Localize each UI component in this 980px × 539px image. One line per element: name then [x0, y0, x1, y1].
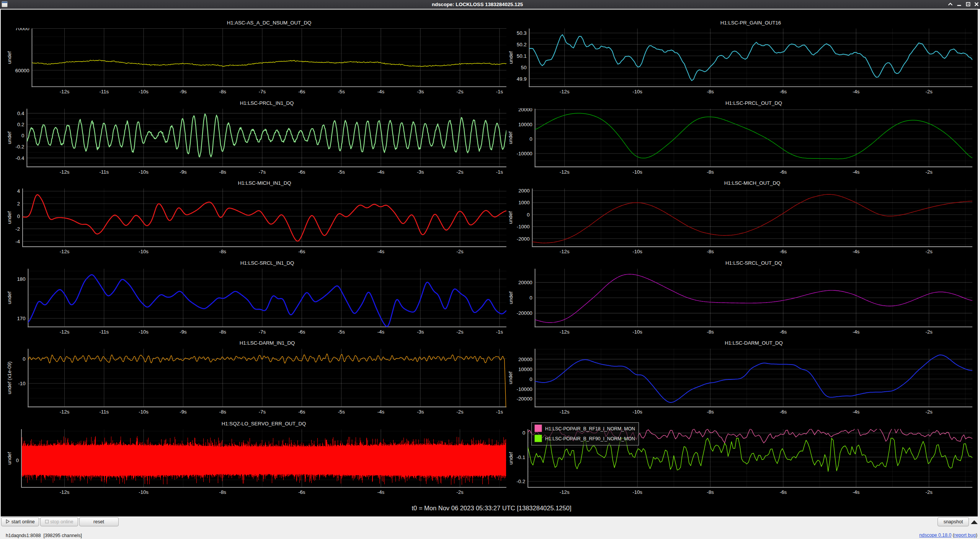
- svg-text:-9s: -9s: [180, 329, 187, 335]
- svg-text:20000: 20000: [518, 357, 532, 362]
- svg-text:-2s: -2s: [926, 409, 933, 415]
- svg-text:0.4: 0.4: [17, 111, 24, 116]
- svg-text:-8s: -8s: [219, 249, 227, 254]
- svg-text:-4s: -4s: [377, 169, 385, 175]
- svg-text:-8s: -8s: [219, 169, 227, 175]
- svg-text:-6s: -6s: [298, 169, 305, 175]
- svg-text:-10s: -10s: [632, 89, 642, 94]
- svg-text:H1:LSC-PRCL_IN1_DQ: H1:LSC-PRCL_IN1_DQ: [240, 100, 294, 106]
- svg-text:-12s: -12s: [60, 169, 70, 175]
- svg-text:-5s: -5s: [338, 169, 345, 175]
- svg-text:-6s: -6s: [780, 89, 787, 94]
- svg-text:-8s: -8s: [707, 409, 714, 415]
- svg-text:-12s: -12s: [560, 329, 570, 335]
- svg-text:-4s: -4s: [377, 249, 385, 254]
- svg-text:4: 4: [17, 188, 20, 194]
- svg-text:-1s: -1s: [496, 409, 503, 415]
- svg-text:-11s: -11s: [99, 329, 109, 335]
- svg-text:-10s: -10s: [632, 489, 642, 495]
- svg-text:undef: undef: [508, 291, 514, 304]
- svg-text:H1:LSC-SRCL_OUT_DQ: H1:LSC-SRCL_OUT_DQ: [725, 260, 782, 266]
- svg-text:undef: undef: [508, 371, 514, 384]
- svg-text:-12s: -12s: [560, 169, 570, 175]
- svg-text:0: 0: [529, 376, 532, 382]
- svg-text:-8s: -8s: [707, 329, 714, 335]
- svg-text:-11s: -11s: [99, 89, 109, 94]
- svg-text:-6s: -6s: [780, 249, 787, 254]
- svg-text:H1:ASC-AS_A_DC_NSUM_OUT_DQ: H1:ASC-AS_A_DC_NSUM_OUT_DQ: [227, 20, 312, 26]
- svg-text:undef: undef: [7, 51, 12, 64]
- svg-text:-2s: -2s: [926, 89, 933, 94]
- svg-text:H1:LSC-SRCL_IN1_DQ: H1:LSC-SRCL_IN1_DQ: [240, 260, 294, 266]
- svg-text:-4s: -4s: [853, 329, 860, 335]
- svg-text:-9s: -9s: [180, 169, 187, 175]
- svg-text:50.3: 50.3: [517, 30, 527, 36]
- svg-text:-5s: -5s: [338, 89, 345, 94]
- svg-text:-8s: -8s: [219, 409, 227, 415]
- svg-text:-4s: -4s: [853, 409, 860, 415]
- svg-text:2: 2: [17, 201, 20, 207]
- svg-text:-6s: -6s: [780, 489, 787, 495]
- svg-text:H1:LSC-DARM_OUT_DQ: H1:LSC-DARM_OUT_DQ: [725, 340, 783, 346]
- svg-text:-6s: -6s: [298, 329, 305, 335]
- svg-text:-10s: -10s: [139, 489, 149, 495]
- svg-text:-1s: -1s: [496, 169, 503, 175]
- svg-text:-20000: -20000: [517, 396, 532, 402]
- svg-text:-10s: -10s: [632, 169, 642, 175]
- svg-text:-0.1: -0.1: [516, 454, 525, 460]
- svg-text:undef: undef: [7, 211, 12, 224]
- svg-text:-2s: -2s: [456, 489, 464, 495]
- svg-text:50: 50: [521, 65, 527, 70]
- svg-text:-2s: -2s: [456, 409, 464, 415]
- svg-text:-12s: -12s: [560, 489, 570, 495]
- svg-text:undef: undef: [508, 211, 514, 224]
- svg-text:-4s: -4s: [377, 329, 385, 335]
- svg-text:H1:LSC-PR_GAIN_OUT16: H1:LSC-PR_GAIN_OUT16: [720, 20, 781, 26]
- svg-text:-11s: -11s: [99, 409, 109, 415]
- svg-text:1000: 1000: [518, 200, 529, 205]
- svg-text:-2s: -2s: [456, 249, 464, 254]
- svg-text:-4s: -4s: [853, 169, 860, 175]
- svg-text:-8s: -8s: [707, 249, 714, 254]
- svg-text:50.2: 50.2: [517, 42, 527, 47]
- svg-text:-2s: -2s: [926, 489, 933, 495]
- svg-text:0: 0: [529, 136, 532, 142]
- svg-text:-10: -10: [18, 381, 25, 386]
- svg-text:-6s: -6s: [780, 329, 787, 335]
- svg-text:undef (x1e-09): undef (x1e-09): [7, 362, 12, 394]
- svg-text:-2s: -2s: [926, 329, 933, 335]
- svg-text:0: 0: [529, 295, 532, 301]
- svg-text:0: 0: [16, 458, 19, 463]
- svg-text:-3s: -3s: [417, 169, 424, 175]
- svg-text:-3s: -3s: [417, 329, 424, 335]
- svg-text:-12s: -12s: [60, 89, 70, 94]
- svg-text:-10000: -10000: [517, 151, 532, 156]
- svg-text:20000: 20000: [518, 107, 532, 112]
- svg-text:-5s: -5s: [338, 409, 345, 415]
- svg-text:-10s: -10s: [139, 249, 149, 254]
- svg-text:-8s: -8s: [219, 489, 227, 495]
- svg-text:-1s: -1s: [496, 329, 503, 335]
- svg-text:60000: 60000: [15, 68, 29, 73]
- svg-text:-11s: -11s: [99, 169, 109, 175]
- svg-text:49.9: 49.9: [517, 76, 527, 82]
- svg-text:-1s: -1s: [496, 89, 503, 94]
- svg-text:-10s: -10s: [632, 329, 642, 335]
- svg-text:undef: undef: [7, 452, 12, 464]
- svg-text:-0.4: -0.4: [16, 155, 24, 161]
- svg-text:10000: 10000: [518, 122, 532, 127]
- svg-text:-12s: -12s: [60, 409, 70, 415]
- svg-text:-4s: -4s: [853, 249, 860, 254]
- svg-text:-4s: -4s: [377, 409, 385, 415]
- svg-text:-10000: -10000: [517, 386, 532, 392]
- svg-text:-7s: -7s: [259, 89, 266, 94]
- svg-text:70000: 70000: [15, 26, 29, 31]
- svg-text:-7s: -7s: [259, 329, 266, 335]
- svg-text:-0.2: -0.2: [16, 144, 24, 150]
- svg-text:-2s: -2s: [926, 169, 933, 175]
- svg-text:-6s: -6s: [780, 169, 787, 175]
- svg-text:-4s: -4s: [853, 489, 860, 495]
- svg-text:-20000: -20000: [517, 310, 532, 316]
- svg-text:H1:LSC-MICH_OUT_DQ: H1:LSC-MICH_OUT_DQ: [724, 180, 781, 186]
- svg-text:-8s: -8s: [219, 329, 227, 335]
